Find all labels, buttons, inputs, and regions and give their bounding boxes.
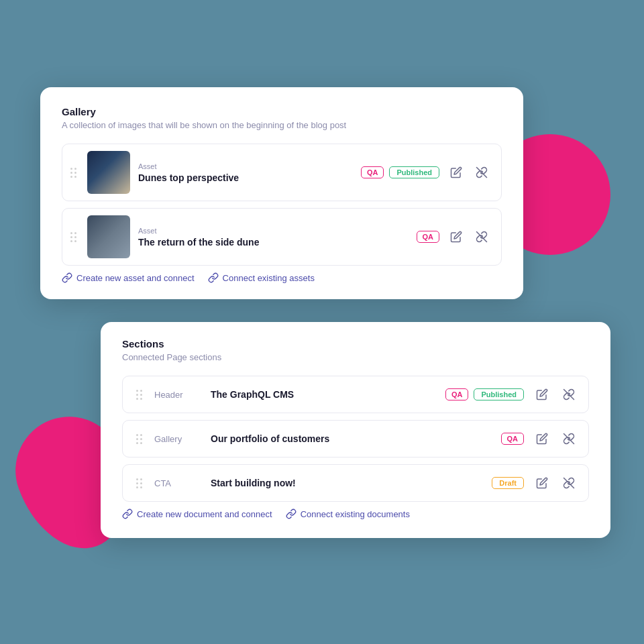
create-asset-link[interactable]: Create new asset and connect: [62, 272, 195, 283]
badge-draft-s3: Draft: [492, 477, 524, 489]
badge-qa-1: QA: [361, 166, 384, 178]
create-document-label: Create new document and connect: [137, 509, 272, 519]
sections-card: Sections Connected Page sections Header …: [101, 322, 610, 538]
section-name-1: The GraphQL CMS: [211, 389, 436, 400]
link-icon-s1: [122, 508, 133, 519]
drag-handle-2[interactable]: [68, 229, 79, 245]
badge-published-1: Published: [389, 166, 439, 178]
badge-qa-s2: QA: [501, 433, 525, 445]
section-name-2: Our portfolio of customers: [211, 433, 492, 444]
asset-name-1: Dunes top perspective: [138, 172, 353, 183]
edit-button-s1[interactable]: [533, 386, 551, 403]
sections-subtitle: Connected Page sections: [122, 352, 589, 362]
asset-thumbnail-1: [87, 151, 130, 194]
unlink-button-s1[interactable]: [560, 386, 578, 403]
create-asset-label: Create new asset and connect: [76, 273, 195, 283]
link-icon-s2: [286, 508, 297, 519]
section-action-links: Create new document and connect Connect …: [122, 508, 589, 519]
connect-documents-label: Connect existing documents: [301, 509, 410, 519]
connect-documents-link[interactable]: Connect existing documents: [286, 508, 410, 519]
edit-button-s3[interactable]: [533, 474, 551, 492]
section-label-1: Header: [154, 390, 201, 400]
badge-published-s1: Published: [474, 388, 524, 400]
asset-row-2: Asset The return of the side dune QA: [62, 208, 502, 266]
drag-handle-1[interactable]: [68, 165, 79, 180]
asset-thumbnail-2: [87, 215, 130, 258]
connect-assets-link[interactable]: Connect existing assets: [208, 272, 315, 283]
drag-handle-s2[interactable]: [133, 431, 145, 447]
badge-row-s3: Draft: [492, 477, 524, 489]
section-row-2: Gallery Our portfolio of customers QA: [122, 420, 589, 458]
link-icon-2: [208, 272, 219, 283]
drag-handle-s1[interactable]: [133, 387, 145, 402]
badge-row-2: QA: [417, 231, 440, 243]
badge-row-1: QA Published: [361, 166, 439, 178]
section-name-3: Start building now!: [211, 478, 482, 488]
section-label-2: Gallery: [154, 434, 201, 444]
asset-row-1: Asset Dunes top perspective QA Published: [62, 144, 502, 201]
sections-title: Sections: [122, 338, 589, 350]
create-document-link[interactable]: Create new document and connect: [122, 508, 272, 519]
edit-button-2[interactable]: [447, 228, 465, 246]
gallery-subtitle: A collection of images that will be show…: [62, 120, 502, 130]
badge-row-s1: QA Published: [445, 388, 524, 400]
edit-button-s2[interactable]: [533, 430, 551, 447]
asset-type-1: Asset: [138, 162, 353, 170]
badge-row-s2: QA: [501, 433, 525, 445]
unlink-button-2[interactable]: [473, 228, 490, 246]
asset-name-2: The return of the side dune: [138, 237, 409, 248]
unlink-button-s3[interactable]: [560, 474, 578, 492]
badge-qa-s1: QA: [445, 388, 469, 400]
gallery-title: Gallery: [62, 106, 502, 117]
unlink-button-s2[interactable]: [560, 430, 578, 447]
asset-type-2: Asset: [138, 227, 409, 235]
section-row-1: Header The GraphQL CMS QA Published: [122, 376, 589, 413]
asset-info-2: Asset The return of the side dune: [138, 227, 409, 248]
section-row-3: CTA Start building now! Draft: [122, 464, 589, 502]
link-icon-1: [62, 272, 72, 283]
unlink-button-1[interactable]: [473, 164, 490, 181]
asset-info-1: Asset Dunes top perspective: [138, 162, 353, 183]
section-label-3: CTA: [154, 478, 201, 488]
connect-assets-label: Connect existing assets: [223, 273, 315, 283]
asset-action-links: Create new asset and connect Connect exi…: [62, 272, 502, 283]
badge-qa-2: QA: [417, 231, 440, 243]
drag-handle-s3[interactable]: [133, 476, 145, 491]
gallery-card: Gallery A collection of images that will…: [40, 87, 523, 299]
edit-button-1[interactable]: [447, 164, 465, 181]
